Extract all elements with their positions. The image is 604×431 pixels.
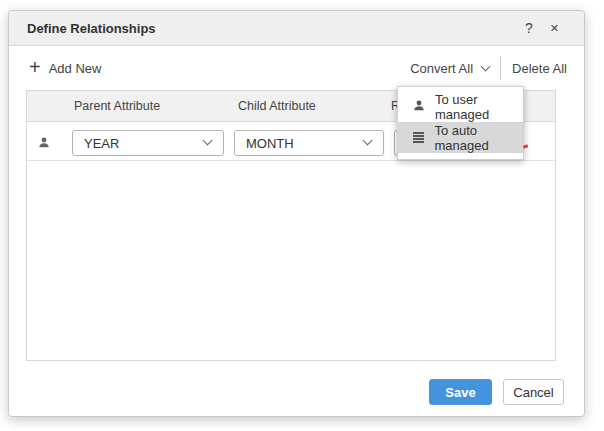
menu-item-to-user-managed[interactable]: To user managed [398, 91, 523, 122]
child-attribute-value: MONTH [246, 136, 294, 151]
parent-attribute-select[interactable]: YEAR [72, 130, 224, 156]
user-icon [413, 99, 425, 115]
child-attribute-select[interactable]: MONTH [234, 130, 384, 156]
menu-item-label: To user managed [435, 92, 523, 122]
convert-all-label: Convert All [410, 61, 473, 76]
dialog-title: Define Relationships [27, 21, 156, 36]
chevron-down-icon [203, 136, 213, 146]
save-button[interactable]: Save [429, 379, 492, 405]
menu-item-label: To auto managed [434, 123, 523, 153]
toolbar-divider [500, 56, 501, 80]
convert-all-menu: To user managed To auto managed [397, 86, 524, 160]
chevron-down-icon [363, 136, 373, 146]
chevron-down-icon [481, 62, 491, 72]
cancel-button[interactable]: Cancel [503, 379, 564, 405]
toolbar: + Add New Convert All Delete All [9, 46, 584, 90]
help-icon[interactable]: ? [525, 20, 533, 36]
dialog-titlebar: Define Relationships ? ✕ [9, 11, 584, 46]
header-child-attribute: Child Attribute [238, 99, 316, 113]
delete-all-button[interactable]: Delete All [512, 61, 567, 76]
convert-all-dropdown[interactable]: Convert All [410, 61, 489, 76]
menu-item-to-auto-managed[interactable]: To auto managed [398, 122, 523, 153]
list-icon [413, 132, 424, 143]
required-asterisk-fragment [523, 144, 529, 148]
close-icon[interactable]: ✕ [550, 22, 559, 35]
header-parent-attribute: Parent Attribute [74, 99, 160, 113]
plus-icon: + [29, 60, 41, 74]
add-new-label: Add New [49, 61, 102, 76]
parent-attribute-value: YEAR [84, 136, 119, 151]
define-relationships-dialog: Define Relationships ? ✕ + Add New Conve… [8, 10, 585, 417]
add-new-button[interactable]: + Add New [29, 61, 101, 76]
user-managed-icon [38, 135, 50, 153]
titlebar-icons: ? ✕ [525, 20, 559, 36]
